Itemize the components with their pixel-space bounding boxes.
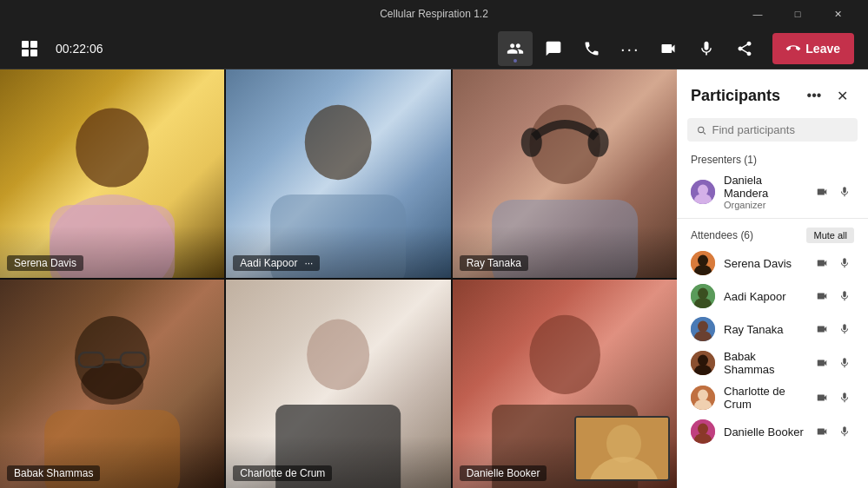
close-button[interactable]: ✕ [818,0,858,28]
video-tile-aadi[interactable]: Aadi Kapoor ··· Mute [226,69,450,278]
participant-info-ak: Aadi Kapoor [724,290,804,303]
participant-controls-dm [812,182,854,201]
video-tile-ray[interactable]: Ray Tanaka [453,69,677,278]
participant-info-bs: Babak Shammas [724,350,804,376]
avatar-sd [691,251,715,275]
mic-button[interactable] [689,31,724,66]
call-timer: 00:22:06 [56,42,108,56]
participant-controls-rt [812,320,854,339]
participant-controls-ak [812,287,854,306]
search-box [687,118,858,142]
db-mic-btn[interactable] [835,422,854,441]
name-tag-danielle: Danielle Booker [460,465,547,481]
rt-camera-btn[interactable] [812,320,832,339]
title-bar: Cellular Respiration 1.2 — □ ✕ [0,0,868,28]
grid-icon[interactable] [14,33,45,64]
sidebar-header: Participants ••• ✕ [677,69,868,115]
participant-info-sd: Serena Davis [724,257,804,270]
window-controls: — □ ✕ [738,0,858,28]
svg-point-22 [529,315,600,394]
participant-name-rt: Ray Tanaka [724,323,804,336]
self-view-thumbnail [574,416,670,481]
ak-mic-btn[interactable] [835,287,854,306]
participant-controls-cc [812,388,854,407]
ak-camera-btn[interactable] [812,287,832,306]
avatar-dm [691,180,715,204]
name-tag-ray: Ray Tanaka [460,255,528,271]
svg-point-34 [698,288,708,300]
participant-row-db[interactable]: Danielle Booker [677,415,868,448]
svg-rect-3 [30,49,37,56]
participant-role-dm: Organizer [724,200,804,210]
sd-camera-btn[interactable] [812,254,832,273]
participants-button[interactable] [498,31,533,66]
participant-controls-bs [812,353,854,373]
svg-point-43 [698,390,708,401]
leave-button[interactable]: Leave [772,33,854,64]
call-button[interactable] [574,31,609,66]
participant-info-dm: Daniela Mandera Organizer [724,174,804,210]
rt-mic-btn[interactable] [835,320,854,339]
video-tile-charlotte[interactable]: Charlotte de Crum [226,280,450,488]
participant-info-db: Danielle Booker [724,425,804,439]
search-icon [696,124,707,136]
top-bar-actions: ··· Leave [498,31,854,66]
avatar-db [691,419,715,444]
participant-name-bs: Babak Shammas [724,350,804,376]
mute-all-button[interactable]: Mute all [806,228,854,243]
dm-mic-btn[interactable] [835,182,854,201]
camera-button[interactable] [651,31,686,66]
svg-rect-2 [22,49,29,56]
participant-row-sd[interactable]: Serena Davis [677,247,868,280]
cc-camera-btn[interactable] [812,388,832,407]
participants-list: Presenters (1) Daniela Mandera Organizer [677,148,868,488]
bs-mic-btn[interactable] [835,353,854,373]
svg-rect-0 [22,41,29,48]
more-button[interactable]: ··· [613,31,647,66]
participant-name-cc: Charlotte de Crum [724,385,804,411]
participant-row-bs[interactable]: Babak Shammas [677,346,868,380]
presenters-section-header: Presenters (1) [677,148,868,169]
maximize-button[interactable]: □ [778,0,818,28]
video-tile-danielle[interactable]: Danielle Booker [453,280,677,488]
participant-row-cc[interactable]: Charlotte de Crum [677,380,868,415]
main-area: Serena Davis Aadi Kapoor ··· [0,69,868,488]
svg-point-20 [307,320,369,391]
participant-name-dm: Daniela Mandera [724,174,804,200]
db-camera-btn[interactable] [812,422,832,441]
aadi-more-btn[interactable]: ··· [304,257,313,269]
participants-more-btn[interactable]: ••• [802,83,826,108]
participant-name-db: Danielle Booker [724,425,804,439]
video-tile-babak[interactable]: Babak Shammas [0,280,224,488]
divider-1 [677,218,868,219]
top-bar: 00:22:06 ··· [0,28,868,69]
name-tag-serena: Serena Davis [7,255,83,271]
participant-row-dm[interactable]: Daniela Mandera Organizer [677,169,868,214]
bs-camera-btn[interactable] [812,353,832,373]
share-button[interactable] [727,31,762,66]
avatar-cc [691,386,715,410]
minimize-button[interactable]: — [738,0,778,28]
sidebar-title: Participants [691,87,780,105]
chat-button[interactable] [536,31,571,66]
svg-rect-1 [30,41,37,48]
dm-camera-btn[interactable] [812,182,832,201]
attendees-section-header: Attendees (6) Mute all [677,222,868,247]
sd-mic-btn[interactable] [835,254,854,273]
participant-controls-db [812,422,854,441]
video-tile-serena[interactable]: Serena Davis [0,69,224,278]
name-tag-aadi: Aadi Kapoor ··· [233,255,320,271]
avatar-bs [691,351,715,375]
search-input[interactable] [712,123,849,136]
svg-point-13 [587,128,608,157]
sidebar-header-actions: ••• ✕ [802,83,854,108]
video-grid: Serena Davis Aadi Kapoor ··· [0,69,677,488]
name-tag-charlotte: Charlotte de Crum [233,465,332,481]
svg-point-37 [698,321,708,333]
svg-point-7 [305,105,372,180]
participant-row-ak[interactable]: Aadi Kapoor [677,280,868,313]
participants-close-btn[interactable]: ✕ [830,83,854,108]
participant-row-rt[interactable]: Ray Tanaka [677,313,868,346]
window-title: Cellular Respiration 1.2 [380,8,488,20]
cc-mic-btn[interactable] [835,388,854,407]
